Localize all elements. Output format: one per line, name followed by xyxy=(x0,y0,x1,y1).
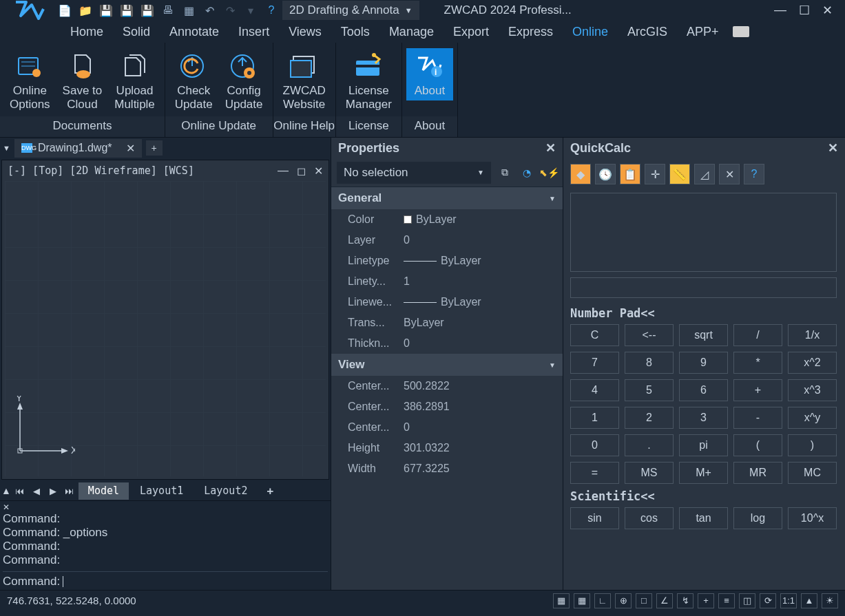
qc-getcoords-icon[interactable]: ✛ xyxy=(645,164,665,184)
vp-maximize-icon[interactable]: ◻ xyxy=(297,164,306,178)
save-icon[interactable]: 💾 xyxy=(99,3,113,17)
undo-icon[interactable]: ↶ xyxy=(202,3,216,17)
sb-grid-icon[interactable]: ▦ xyxy=(553,593,570,608)
nav-first-icon[interactable]: ⏮ xyxy=(12,486,28,496)
calc-btn-0[interactable]: 0 xyxy=(570,434,619,456)
calc-btn-[interactable]: = xyxy=(570,462,619,484)
menu-tools[interactable]: Tools xyxy=(331,21,379,43)
calc-input[interactable] xyxy=(570,277,837,298)
menu-express[interactable]: Express xyxy=(499,21,563,43)
redo-dd-icon[interactable]: ▾ xyxy=(244,3,258,17)
sb-cycle-icon[interactable]: ⟳ xyxy=(760,593,776,608)
qc-angle-icon[interactable]: ◿ xyxy=(694,164,715,184)
prop-row[interactable]: Center...386.2891 xyxy=(331,396,563,417)
prop-row[interactable]: ColorByLayer xyxy=(331,209,563,230)
menu-solid[interactable]: Solid xyxy=(113,21,160,43)
calc-btn-sin[interactable]: sin xyxy=(570,507,619,529)
prop-value[interactable]: 500.2822 xyxy=(404,380,563,392)
qc-intersect-icon[interactable]: ✕ xyxy=(719,164,740,184)
calc-btn-3[interactable]: 3 xyxy=(679,407,728,429)
command-input[interactable] xyxy=(63,575,328,588)
calc-btn-MC[interactable]: MC xyxy=(788,462,837,484)
sb-lwt-icon[interactable]: ≡ xyxy=(718,593,735,608)
calc-btn-tan[interactable]: tan xyxy=(679,507,728,529)
calc-btn-xy[interactable]: x^y xyxy=(788,407,837,429)
app-plus-icon[interactable] xyxy=(733,26,749,37)
ribbon-about[interactable]: iAbout xyxy=(406,48,453,100)
tab-menu-icon[interactable]: ▼ xyxy=(3,144,10,152)
menu-app+[interactable]: APP+ xyxy=(677,21,729,43)
calc-btn-x3[interactable]: x^3 xyxy=(788,379,837,401)
print-icon[interactable]: 🖶 xyxy=(161,3,175,17)
prop-row[interactable]: Layer0 xyxy=(331,230,563,251)
calc-btn-2[interactable]: 2 xyxy=(625,407,674,429)
ribbon-checkupd[interactable]: CheckUpdate xyxy=(169,48,218,114)
sb-trans-icon[interactable]: ◫ xyxy=(739,593,755,608)
sb-polar-icon[interactable]: ⊕ xyxy=(615,593,632,608)
prop-value[interactable]: 0 xyxy=(404,234,563,246)
prop-value[interactable]: ByLayer xyxy=(404,317,563,329)
command-window[interactable]: ✕ Command:Command: _optionsCommand:Comma… xyxy=(0,500,331,590)
sb-annvis-icon[interactable]: ☀ xyxy=(822,593,838,608)
layout-tab-layout2[interactable]: Layout2 xyxy=(194,482,257,500)
menu-views[interactable]: Views xyxy=(279,21,331,43)
layout-tab-layout1[interactable]: Layout1 xyxy=(130,482,193,500)
viewport-label[interactable]: [-] [Top] [2D Wireframe] [WCS] xyxy=(8,164,194,177)
ribbon-configupd[interactable]: ConfigUpdate xyxy=(220,48,269,114)
sb-dyn-icon[interactable]: + xyxy=(698,593,714,608)
qc-clear-icon[interactable]: ◆ xyxy=(570,164,591,184)
sb-osnap-icon[interactable]: □ xyxy=(636,593,652,608)
prop-row[interactable]: Center...500.2822 xyxy=(331,376,563,396)
calc-btn-MR[interactable]: MR xyxy=(733,462,782,484)
calc-btn-7[interactable]: 7 xyxy=(570,352,619,374)
prop-value[interactable]: 0 xyxy=(404,421,563,434)
properties-close-icon[interactable]: ✕ xyxy=(545,140,556,156)
prop-row[interactable]: LinetypeByLayer xyxy=(331,251,563,271)
calc-btn-1[interactable]: 1 xyxy=(570,407,619,429)
calc-btn-[interactable]: ) xyxy=(788,434,837,456)
sb-otrack-icon[interactable]: ∠ xyxy=(656,593,673,608)
redo-icon[interactable]: ↷ xyxy=(223,3,237,17)
menu-annotate[interactable]: Annotate xyxy=(160,21,229,43)
workspace-selector[interactable]: 2D Drafting & Annota ▼ xyxy=(282,1,419,20)
vp-minimize-icon[interactable]: — xyxy=(278,164,289,178)
prop-value[interactable]: 1 xyxy=(404,275,563,288)
prop-row[interactable]: Trans...ByLayer xyxy=(331,312,563,333)
sb-ortho-icon[interactable]: ∟ xyxy=(594,593,611,608)
prop-value[interactable]: 677.3225 xyxy=(404,463,563,475)
plotpreview-icon[interactable]: ▦ xyxy=(182,3,196,17)
layout-add-button[interactable]: + xyxy=(258,482,282,500)
menu-export[interactable]: Export xyxy=(444,21,499,43)
sb-ducs-icon[interactable]: ↯ xyxy=(677,593,693,608)
saveall-icon[interactable]: 💾 xyxy=(140,3,154,17)
menu-online[interactable]: Online xyxy=(563,21,618,43)
calc-btn-MS[interactable]: MS xyxy=(625,462,674,484)
layout-up-icon[interactable]: ▲ xyxy=(1,485,11,496)
menu-arcgis[interactable]: ArcGIS xyxy=(618,21,677,43)
qc-distance-icon[interactable]: 📏 xyxy=(669,164,690,184)
quickcalc-close-icon[interactable]: ✕ xyxy=(828,140,838,156)
saveas-icon[interactable]: 💾 xyxy=(120,3,134,17)
calc-btn-10x[interactable]: 10^x xyxy=(788,507,837,529)
close-icon[interactable]: ✕ xyxy=(822,3,833,18)
quickselect-icon[interactable]: ◔ xyxy=(519,164,535,181)
calc-btn-log[interactable]: log xyxy=(733,507,782,529)
calc-btn-9[interactable]: 9 xyxy=(679,352,728,374)
calc-btn-pi[interactable]: pi xyxy=(679,434,728,456)
numpad-header[interactable]: Number Pad<< xyxy=(563,306,845,324)
sci-header[interactable]: Scientific<< xyxy=(563,489,845,507)
ribbon-website[interactable]: ZWCADWebsite xyxy=(278,48,331,114)
prop-row[interactable]: Linewe...ByLayer xyxy=(331,292,563,312)
calc-btn-[interactable]: . xyxy=(625,434,674,456)
maximize-icon[interactable]: ☐ xyxy=(799,3,810,18)
minimize-icon[interactable]: — xyxy=(774,3,786,18)
menu-manage[interactable]: Manage xyxy=(379,21,444,43)
calc-btn-[interactable]: + xyxy=(733,379,782,401)
calc-btn-[interactable]: <-- xyxy=(625,324,674,346)
prop-value[interactable]: 386.2891 xyxy=(404,401,563,413)
sb-snap-icon[interactable]: ▦ xyxy=(574,593,590,608)
select-objects-icon[interactable]: ⬉⚡ xyxy=(541,164,557,181)
ribbon-savecloud[interactable]: Save toCloud xyxy=(57,48,108,114)
qc-history-icon[interactable]: 🕓 xyxy=(595,164,616,184)
calc-btn-5[interactable]: 5 xyxy=(625,379,674,401)
